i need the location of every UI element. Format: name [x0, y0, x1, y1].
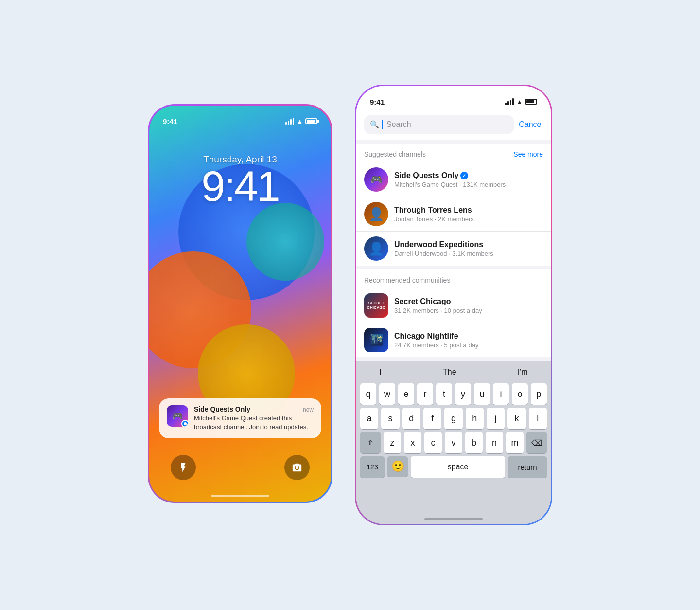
suggested-channels-title: Suggested channels	[364, 150, 426, 158]
channel-info-underwood: Underwood Expeditions Darrell Underwood …	[394, 240, 543, 257]
key-e[interactable]: e	[398, 383, 414, 405]
keyboard-row-1: q w e r t y u i o p	[358, 383, 549, 405]
keyboard: I The I'm q w e r t y u i o p	[356, 361, 551, 524]
status-icons-right: ▲	[505, 98, 537, 106]
channel-item-torres[interactable]: 👤 Through Torres Lens Jordan Torres · 2K…	[356, 197, 551, 231]
key-g[interactable]: g	[444, 408, 462, 429]
key-v[interactable]: v	[445, 432, 462, 453]
channel-avatar-torres: 👤	[364, 202, 388, 226]
key-i[interactable]: i	[493, 383, 509, 405]
battery-icon	[305, 118, 317, 124]
kb-suggestion-i[interactable]: I	[379, 368, 381, 377]
verified-badge: ✓	[460, 172, 468, 179]
time-right: 9:41	[370, 98, 385, 106]
notification-app-icon: 🎮	[167, 405, 188, 427]
lock-time-display: 9:41	[149, 165, 331, 208]
key-m[interactable]: m	[506, 432, 524, 453]
key-f[interactable]: f	[423, 408, 441, 429]
key-b[interactable]: b	[465, 432, 483, 453]
channel-item-underwood[interactable]: 👤 Underwood Expeditions Darrell Underwoo…	[356, 231, 551, 266]
key-q[interactable]: q	[360, 383, 376, 405]
search-magnifier-icon: 🔍	[370, 120, 379, 129]
community-meta-nightlife: 24.7K members · 5 post a day	[394, 341, 543, 349]
key-t[interactable]: t	[436, 383, 452, 405]
key-r[interactable]: r	[417, 383, 433, 405]
key-d[interactable]: d	[402, 408, 420, 429]
key-p[interactable]: p	[531, 383, 547, 405]
key-delete[interactable]: ⌫	[526, 432, 547, 453]
notification-content: Side Quests Only now Mitchell's Game Que…	[194, 405, 314, 431]
key-shift[interactable]: ⇧	[360, 432, 381, 453]
cancel-button[interactable]: Cancel	[519, 120, 543, 129]
key-emoji[interactable]: 🙂	[387, 456, 408, 477]
key-o[interactable]: o	[512, 383, 528, 405]
community-avatar-chicago: SECRETCHICAGO	[364, 293, 388, 318]
search-cursor	[382, 120, 383, 129]
wifi-icon: ▲	[297, 118, 303, 125]
key-h[interactable]: h	[466, 408, 484, 429]
recommended-communities-header: Recommended communities	[356, 269, 551, 288]
home-indicator-right	[424, 518, 483, 520]
signal-icon-right	[505, 98, 514, 105]
see-more-button[interactable]: See more	[513, 150, 543, 158]
community-name-nightlife: Chicago Nightlife	[394, 332, 543, 341]
search-input-wrap[interactable]: 🔍 Search	[364, 115, 514, 134]
channel-item-side-quests[interactable]: 🎮 Side Quests Only ✓ Mitchell's Game Que…	[356, 162, 551, 197]
search-area: 🔍 Search Cancel	[356, 110, 551, 140]
notification-title: Side Quests Only	[194, 405, 250, 413]
status-icons-left: ▲	[285, 118, 317, 125]
channel-meta-torres: Jordan Torres · 2K members	[394, 215, 543, 223]
channel-meta-underwood: Darrell Underwood · 3.1K members	[394, 250, 543, 257]
community-item-secret-chicago[interactable]: SECRETCHICAGO Secret Chicago 31.2K membe…	[356, 288, 551, 323]
key-y[interactable]: y	[455, 383, 471, 405]
svg-point-0	[296, 466, 298, 469]
right-phone: 9:41 ▲ 🔍	[355, 85, 552, 525]
channel-info-torres: Through Torres Lens Jordan Torres · 2K m…	[394, 206, 543, 223]
signal-icon	[285, 118, 294, 125]
key-z[interactable]: z	[384, 432, 401, 453]
key-x[interactable]: x	[404, 432, 421, 453]
key-u[interactable]: u	[474, 383, 490, 405]
channel-name-torres: Through Torres Lens	[394, 206, 543, 215]
home-indicator-left	[211, 495, 269, 497]
key-c[interactable]: c	[424, 432, 442, 453]
key-j[interactable]: j	[487, 408, 505, 429]
notification-card[interactable]: 🎮 Side Quests Only now Mitchell's Game Q…	[159, 398, 321, 438]
key-k[interactable]: k	[508, 408, 525, 429]
key-l[interactable]: l	[529, 408, 547, 429]
lock-screen-date-time: Thursday, April 13 9:41	[149, 154, 331, 208]
notification-header: Side Quests Only now	[194, 405, 314, 413]
battery-fill	[307, 120, 315, 123]
key-numbers[interactable]: 123	[360, 456, 385, 478]
community-info-chicago: Secret Chicago 31.2K members · 10 post a…	[394, 297, 543, 314]
battery-fill-right	[526, 100, 534, 103]
recommended-communities-title: Recommended communities	[364, 276, 450, 284]
flashlight-button[interactable]	[171, 455, 196, 480]
status-bar-left: 9:41 ▲	[149, 106, 331, 130]
key-s[interactable]: s	[381, 408, 399, 429]
key-space[interactable]: space	[411, 456, 505, 478]
community-avatar-nightlife: 🌃	[364, 328, 388, 352]
notification-body: Mitchell's Game Quest created this broad…	[194, 414, 314, 431]
community-name-chicago: Secret Chicago	[394, 297, 543, 306]
keyboard-row-2: a s d f g h j k l	[358, 408, 549, 429]
community-item-nightlife[interactable]: 🌃 Chicago Nightlife 24.7K members · 5 po…	[356, 323, 551, 357]
search-input[interactable]: Search	[386, 120, 508, 129]
left-phone: 9:41 ▲	[148, 104, 335, 506]
kb-suggestion-im[interactable]: I'm	[518, 368, 528, 377]
suggested-channels-header: Suggested channels See more	[356, 144, 551, 162]
channel-name-underwood: Underwood Expeditions	[394, 240, 543, 249]
key-n[interactable]: n	[486, 432, 503, 453]
status-bar-right: 9:41 ▲	[356, 86, 551, 110]
key-return[interactable]: return	[508, 456, 547, 478]
key-w[interactable]: w	[379, 383, 395, 405]
channel-avatar-side-quests: 🎮	[364, 167, 388, 192]
channel-info-side-quests: Side Quests Only ✓ Mitchell's Game Quest…	[394, 171, 543, 188]
key-a[interactable]: a	[360, 408, 378, 429]
time-left: 9:41	[163, 117, 177, 126]
channel-avatar-underwood: 👤	[364, 236, 388, 261]
camera-button[interactable]	[284, 455, 310, 480]
battery-icon-right	[525, 99, 537, 105]
right-phone-inner: 9:41 ▲ 🔍	[356, 86, 551, 524]
kb-suggestion-the[interactable]: The	[443, 368, 456, 377]
